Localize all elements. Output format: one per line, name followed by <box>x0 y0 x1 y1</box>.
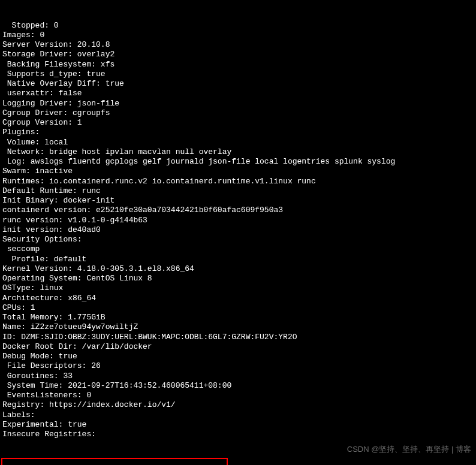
output-line: Cgroup Version: 1 <box>1 118 475 128</box>
output-line: Logging Driver: json-file <box>1 99 475 108</box>
output-line: Docker Root Dir: /var/lib/docker <box>1 342 475 352</box>
output-line: Security Options: <box>1 235 475 244</box>
output-line: Runtimes: io.containerd.runc.v2 io.conta… <box>1 177 475 186</box>
output-line: Insecure Registries: <box>1 430 475 439</box>
output-line: System Time: 2021-09-27T16:43:52.4600654… <box>1 381 475 391</box>
output-line: Storage Driver: overlay2 <box>1 50 475 59</box>
output-line: Profile: default <box>1 255 475 264</box>
output-line: Kernel Version: 4.18.0-305.3.1.el8.x86_6… <box>1 264 475 274</box>
output-line: File Descriptors: 26 <box>1 361 475 371</box>
output-line: runc version: v1.0.1-0-g4144b63 <box>1 216 475 225</box>
output-line: Swarm: inactive <box>1 167 475 176</box>
output-line: Operating System: CentOS Linux 8 <box>1 274 475 283</box>
output-line: Architecture: x86_64 <box>1 294 475 303</box>
output-line: Log: awslogs fluentd gcplogs gelf journa… <box>1 157 475 167</box>
terminal-output[interactable]: Stopped: 0Images: 0Server Version: 20.10… <box>1 1 475 465</box>
output-line: Cgroup Driver: cgroupfs <box>1 108 475 118</box>
output-line: Experimental: true <box>1 420 475 430</box>
docker-info-output: Stopped: 0Images: 0Server Version: 20.10… <box>1 21 475 440</box>
output-line: Name: iZ2ze7otueu94yw7owiltjZ <box>1 322 475 332</box>
output-line: CPUs: 1 <box>1 303 475 313</box>
output-line: Goroutines: 33 <box>1 372 475 381</box>
output-line: Native Overlay Diff: true <box>1 79 475 89</box>
output-line: OSType: linux <box>1 283 475 293</box>
output-line: Default Runtime: runc <box>1 186 475 196</box>
output-line: Images: 0 <box>1 31 475 40</box>
output-line: Registry: https://index.docker.io/v1/ <box>1 400 475 410</box>
output-line: Plugins: <box>1 128 475 137</box>
output-line: Init Binary: docker-init <box>1 196 475 206</box>
output-line: seccomp <box>1 244 475 254</box>
output-line: Supports d_type: true <box>1 70 475 79</box>
highlight-box: 127.0.0.0/8Registry Mirrors: https://pb5… <box>1 458 228 465</box>
output-line: Backing Filesystem: xfs <box>1 60 475 70</box>
output-line: userxattr: false <box>1 89 475 98</box>
watermark: CSDN @坚持、坚持、再坚持 | 博客 <box>347 445 471 454</box>
output-line: Server Version: 20.10.8 <box>1 40 475 50</box>
output-line: Debug Mode: true <box>1 352 475 361</box>
output-line: Labels: <box>1 410 475 420</box>
output-line: EventsListeners: 0 <box>1 391 475 400</box>
output-line: ID: DZMF:SJIO:OBBZ:3UDY:UERL:BWUK:MAPC:O… <box>1 333 475 342</box>
output-line: containerd version: e25210fe30a0a7034424… <box>1 206 475 215</box>
output-line: init version: de40ad0 <box>1 225 475 235</box>
output-line: Total Memory: 1.775GiB <box>1 313 475 322</box>
output-line: Network: bridge host ipvlan macvlan null… <box>1 147 475 157</box>
output-line: Stopped: 0 <box>1 21 475 31</box>
output-line: Volume: local <box>1 138 475 147</box>
